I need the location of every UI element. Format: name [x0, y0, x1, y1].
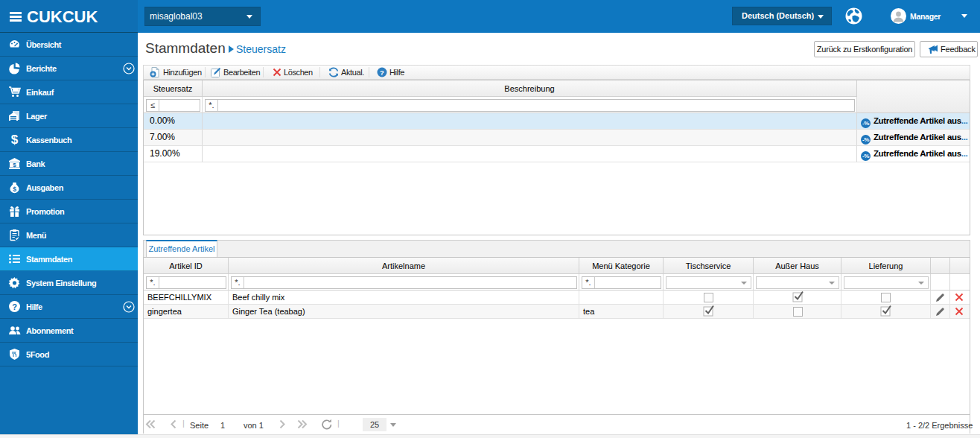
svg-text:$: $ — [11, 133, 19, 146]
svg-text:?: ? — [12, 302, 17, 311]
svg-text:$: $ — [13, 162, 16, 168]
svg-text:$: $ — [13, 185, 16, 193]
svg-text:?: ? — [380, 69, 384, 77]
